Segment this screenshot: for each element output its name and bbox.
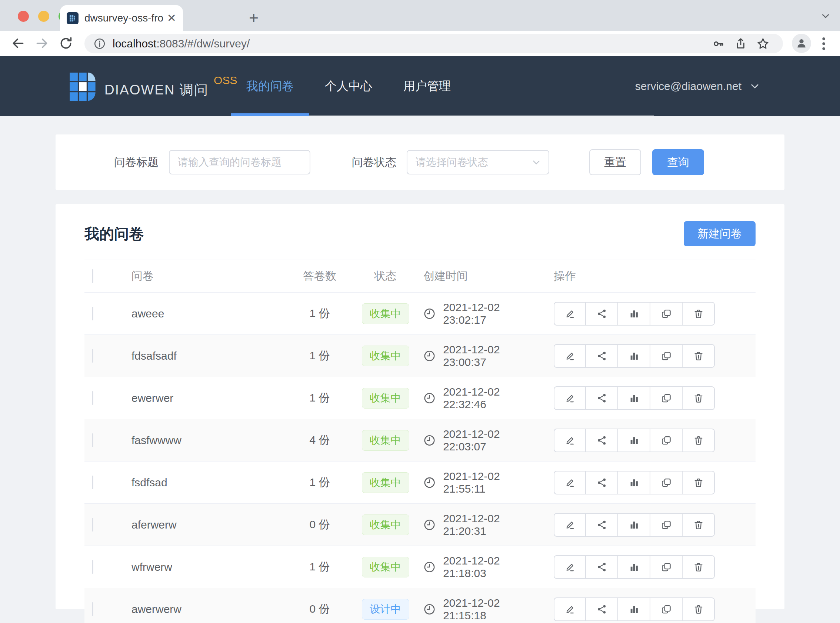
nav-item-my-surveys[interactable]: 我的问卷 [231,56,309,116]
edit-button[interactable] [554,386,586,410]
row-checkbox[interactable] [92,391,94,405]
nav-item-personal-center[interactable]: 个人中心 [309,56,388,116]
copy-icon [661,604,672,615]
share-button[interactable] [586,302,618,325]
nav-item-user-management[interactable]: 用户管理 [388,56,466,116]
created-time: 2021-12-02 21:15:18 [443,597,544,622]
row-checkbox[interactable] [92,560,94,574]
share-button[interactable] [586,597,618,621]
delete-icon [693,604,704,615]
row-actions [554,386,715,410]
window-close-button[interactable] [18,11,29,22]
delete-icon [693,477,704,488]
edit-button[interactable] [554,555,586,579]
info-icon[interactable] [94,37,106,50]
back-button[interactable] [10,35,27,52]
delete-button[interactable] [682,597,715,621]
share-button[interactable] [586,513,618,537]
bookmark-star-icon[interactable] [752,37,774,51]
browser-profile-avatar[interactable] [792,34,811,53]
search-button[interactable]: 查询 [652,149,704,175]
survey-name[interactable]: awerwerw [123,603,292,615]
share-button[interactable] [586,428,618,452]
copy-button[interactable] [650,471,682,494]
edit-button[interactable] [554,471,586,494]
edit-button[interactable] [554,597,586,621]
chart-icon [628,308,640,319]
copy-button[interactable] [650,344,682,368]
col-header-status: 状态 [347,269,423,284]
password-key-icon[interactable] [707,37,730,50]
copy-button[interactable] [650,555,682,579]
stats-button[interactable] [618,471,650,494]
row-checkbox[interactable] [92,518,94,531]
brand[interactable]: DIAOWEN 调问 OSS [70,73,237,101]
select-all-checkbox[interactable] [92,269,94,283]
stats-button[interactable] [618,386,650,410]
survey-name[interactable]: fdsafsadf [123,350,292,362]
browser-tab[interactable]: dwsurvey-oss-front-vue ✕ [60,5,183,31]
col-header-responses: 答卷数 [292,269,347,284]
survey-status-select[interactable]: 请选择问卷状态 [407,150,549,175]
delete-button[interactable] [682,513,715,537]
copy-button[interactable] [650,597,682,621]
edit-button[interactable] [554,344,586,368]
user-menu[interactable]: service@diaowen.net [635,56,760,116]
address-bar[interactable]: localhost:8083/#/dw/survey/ [84,34,783,53]
copy-button[interactable] [650,428,682,452]
row-checkbox[interactable] [92,476,94,489]
stats-button[interactable] [618,344,650,368]
reload-button[interactable] [57,35,74,52]
row-checkbox[interactable] [92,602,94,616]
delete-button[interactable] [682,344,715,368]
stats-button[interactable] [618,302,650,325]
page-title: 我的问卷 [84,224,144,244]
copy-button[interactable] [650,302,682,325]
survey-name[interactable]: fasfwwww [123,434,292,447]
delete-button[interactable] [682,386,715,410]
tab-search-chevron-icon[interactable] [821,11,830,21]
row-checkbox[interactable] [92,349,94,363]
url-host: localhost [113,37,156,50]
copy-button[interactable] [650,513,682,537]
tab-close-icon[interactable]: ✕ [167,12,176,24]
survey-name[interactable]: ewerwer [123,392,292,405]
delete-button[interactable] [682,471,715,494]
share-page-icon[interactable] [730,37,752,50]
window-minimize-button[interactable] [38,11,49,22]
row-checkbox[interactable] [92,433,94,447]
new-tab-button[interactable]: + [246,11,262,26]
edit-button[interactable] [554,302,586,325]
share-button[interactable] [586,344,618,368]
delete-button[interactable] [682,428,715,452]
row-checkbox[interactable] [92,307,94,321]
edit-icon [564,435,576,446]
table-row: ewerwer 1 份 收集中 2021-12-02 22:32:46 [84,377,756,419]
edit-button[interactable] [554,428,586,452]
survey-name[interactable]: aweee [123,307,292,320]
row-actions [554,471,715,494]
chevron-down-icon [750,81,760,92]
survey-name[interactable]: wfrwerw [123,561,292,573]
survey-name[interactable]: fsdfsad [123,476,292,489]
row-actions [554,597,715,621]
survey-title-input[interactable] [169,150,310,175]
response-count: 1 份 [292,348,347,364]
browser-menu-icon[interactable] [816,35,831,52]
stats-button[interactable] [618,597,650,621]
url-text[interactable]: localhost:8083/#/dw/survey/ [113,37,250,50]
reset-button[interactable]: 重置 [589,149,641,175]
stats-button[interactable] [618,428,650,452]
create-survey-button[interactable]: 新建问卷 [684,221,756,246]
delete-button[interactable] [682,555,715,579]
edit-button[interactable] [554,513,586,537]
stats-button[interactable] [618,555,650,579]
delete-button[interactable] [682,302,715,325]
stats-button[interactable] [618,513,650,537]
share-button[interactable] [586,386,618,410]
share-button[interactable] [586,555,618,579]
copy-button[interactable] [650,386,682,410]
share-button[interactable] [586,471,618,494]
survey-name[interactable]: aferwerw [123,519,292,531]
forward-button[interactable] [33,35,51,52]
